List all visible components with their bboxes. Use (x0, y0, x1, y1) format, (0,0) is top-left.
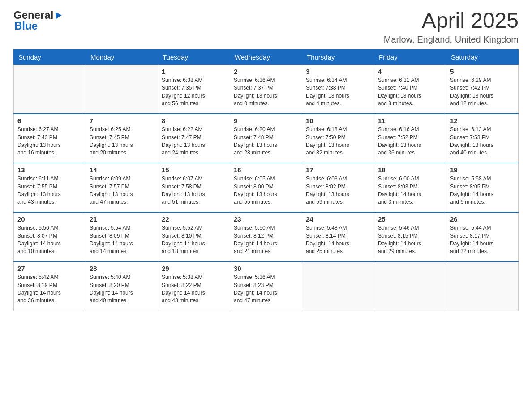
day-number: 16 (234, 166, 298, 174)
logo: General Blue (13, 9, 64, 32)
calendar-cell: 28Sunrise: 5:40 AM Sunset: 8:20 PM Dayli… (86, 261, 158, 311)
day-number: 1 (162, 68, 226, 75)
location-text: Marlow, England, United Kingdom (384, 34, 519, 45)
day-info: Sunrise: 6:20 AM Sunset: 7:48 PM Dayligh… (234, 126, 298, 157)
calendar-week-row: 1Sunrise: 6:38 AM Sunset: 7:35 PM Daylig… (14, 64, 519, 114)
calendar-cell: 3Sunrise: 6:34 AM Sunset: 7:38 PM Daylig… (302, 64, 374, 114)
day-info: Sunrise: 5:52 AM Sunset: 8:10 PM Dayligh… (162, 224, 226, 256)
day-info: Sunrise: 6:18 AM Sunset: 7:50 PM Dayligh… (306, 126, 370, 157)
day-number: 28 (90, 265, 154, 272)
day-number: 29 (162, 265, 226, 272)
day-info: Sunrise: 6:07 AM Sunset: 7:58 PM Dayligh… (162, 175, 226, 206)
calendar-cell (374, 261, 446, 311)
calendar-week-row: 27Sunrise: 5:42 AM Sunset: 8:19 PM Dayli… (14, 261, 519, 311)
day-info: Sunrise: 6:00 AM Sunset: 8:03 PM Dayligh… (378, 175, 442, 206)
calendar-cell: 27Sunrise: 5:42 AM Sunset: 8:19 PM Dayli… (14, 261, 86, 311)
calendar-cell: 22Sunrise: 5:52 AM Sunset: 8:10 PM Dayli… (158, 212, 230, 261)
day-info: Sunrise: 5:56 AM Sunset: 8:07 PM Dayligh… (17, 224, 82, 256)
day-number: 21 (90, 215, 154, 223)
calendar-cell: 8Sunrise: 6:22 AM Sunset: 7:47 PM Daylig… (158, 114, 230, 163)
day-number: 30 (234, 265, 298, 272)
calendar-cell: 19Sunrise: 5:58 AM Sunset: 8:05 PM Dayli… (446, 163, 519, 212)
day-number: 4 (378, 68, 442, 75)
day-number: 7 (90, 117, 154, 124)
svg-marker-0 (56, 12, 62, 19)
day-number: 5 (450, 68, 515, 75)
day-number: 25 (378, 215, 442, 223)
calendar-header-sunday: Sunday (14, 49, 86, 64)
calendar-header-saturday: Saturday (446, 49, 519, 64)
calendar-cell: 9Sunrise: 6:20 AM Sunset: 7:48 PM Daylig… (230, 114, 302, 163)
day-info: Sunrise: 5:48 AM Sunset: 8:14 PM Dayligh… (306, 224, 370, 256)
logo-triangle-icon (54, 10, 64, 20)
day-number: 17 (306, 166, 370, 174)
day-info: Sunrise: 6:29 AM Sunset: 7:42 PM Dayligh… (450, 77, 515, 108)
day-info: Sunrise: 6:11 AM Sunset: 7:55 PM Dayligh… (17, 175, 82, 206)
day-info: Sunrise: 5:40 AM Sunset: 8:20 PM Dayligh… (90, 274, 154, 305)
day-number: 2 (234, 68, 298, 75)
day-number: 26 (450, 215, 515, 223)
calendar-cell: 16Sunrise: 6:05 AM Sunset: 8:00 PM Dayli… (230, 163, 302, 212)
day-info: Sunrise: 6:34 AM Sunset: 7:38 PM Dayligh… (306, 77, 370, 108)
calendar-cell: 18Sunrise: 6:00 AM Sunset: 8:03 PM Dayli… (374, 163, 446, 212)
day-number: 3 (306, 68, 370, 75)
calendar-cell: 21Sunrise: 5:54 AM Sunset: 8:09 PM Dayli… (86, 212, 158, 261)
calendar-week-row: 6Sunrise: 6:27 AM Sunset: 7:43 PM Daylig… (14, 114, 519, 163)
calendar-cell: 12Sunrise: 6:13 AM Sunset: 7:53 PM Dayli… (446, 114, 519, 163)
calendar-week-row: 20Sunrise: 5:56 AM Sunset: 8:07 PM Dayli… (14, 212, 519, 261)
calendar-cell (14, 64, 86, 114)
day-number: 13 (17, 166, 82, 174)
calendar-week-row: 13Sunrise: 6:11 AM Sunset: 7:55 PM Dayli… (14, 163, 519, 212)
calendar-cell: 10Sunrise: 6:18 AM Sunset: 7:50 PM Dayli… (302, 114, 374, 163)
calendar-cell: 13Sunrise: 6:11 AM Sunset: 7:55 PM Dayli… (14, 163, 86, 212)
calendar-header-row: SundayMondayTuesdayWednesdayThursdayFrid… (14, 49, 519, 64)
calendar-header-wednesday: Wednesday (230, 49, 302, 64)
day-number: 15 (162, 166, 226, 174)
day-info: Sunrise: 5:54 AM Sunset: 8:09 PM Dayligh… (90, 224, 154, 256)
day-number: 19 (450, 166, 515, 174)
calendar-cell: 11Sunrise: 6:16 AM Sunset: 7:52 PM Dayli… (374, 114, 446, 163)
calendar-cell: 17Sunrise: 6:03 AM Sunset: 8:02 PM Dayli… (302, 163, 374, 212)
calendar-cell: 7Sunrise: 6:25 AM Sunset: 7:45 PM Daylig… (86, 114, 158, 163)
day-number: 23 (234, 215, 298, 223)
day-number: 20 (17, 215, 82, 223)
day-number: 18 (378, 166, 442, 174)
day-number: 27 (17, 265, 82, 272)
calendar-cell: 6Sunrise: 6:27 AM Sunset: 7:43 PM Daylig… (14, 114, 86, 163)
calendar-header-friday: Friday (374, 49, 446, 64)
day-info: Sunrise: 6:36 AM Sunset: 7:37 PM Dayligh… (234, 77, 298, 108)
calendar-header-monday: Monday (86, 49, 158, 64)
day-number: 22 (162, 215, 226, 223)
calendar-header-tuesday: Tuesday (158, 49, 230, 64)
day-number: 10 (306, 117, 370, 124)
calendar-table: SundayMondayTuesdayWednesdayThursdayFrid… (13, 49, 519, 311)
title-section: April 2025 Marlow, England, United Kingd… (384, 9, 519, 45)
calendar-cell: 23Sunrise: 5:50 AM Sunset: 8:12 PM Dayli… (230, 212, 302, 261)
day-info: Sunrise: 5:58 AM Sunset: 8:05 PM Dayligh… (450, 175, 515, 206)
day-number: 6 (17, 117, 82, 124)
calendar-cell (302, 261, 374, 311)
day-info: Sunrise: 5:42 AM Sunset: 8:19 PM Dayligh… (17, 274, 82, 305)
day-info: Sunrise: 6:03 AM Sunset: 8:02 PM Dayligh… (306, 175, 370, 206)
calendar-cell: 15Sunrise: 6:07 AM Sunset: 7:58 PM Dayli… (158, 163, 230, 212)
day-info: Sunrise: 6:31 AM Sunset: 7:40 PM Dayligh… (378, 77, 442, 108)
calendar-cell: 4Sunrise: 6:31 AM Sunset: 7:40 PM Daylig… (374, 64, 446, 114)
day-info: Sunrise: 6:09 AM Sunset: 7:57 PM Dayligh… (90, 175, 154, 206)
day-info: Sunrise: 5:46 AM Sunset: 8:15 PM Dayligh… (378, 224, 442, 256)
day-info: Sunrise: 6:16 AM Sunset: 7:52 PM Dayligh… (378, 126, 442, 157)
day-number: 24 (306, 215, 370, 223)
day-info: Sunrise: 5:50 AM Sunset: 8:12 PM Dayligh… (234, 224, 298, 256)
day-number: 11 (378, 117, 442, 124)
day-number: 12 (450, 117, 515, 124)
day-number: 14 (90, 166, 154, 174)
day-info: Sunrise: 5:38 AM Sunset: 8:22 PM Dayligh… (162, 274, 226, 305)
calendar-cell: 29Sunrise: 5:38 AM Sunset: 8:22 PM Dayli… (158, 261, 230, 311)
day-info: Sunrise: 5:36 AM Sunset: 8:23 PM Dayligh… (234, 274, 298, 305)
logo-blue-text: Blue (14, 20, 38, 32)
calendar-cell: 1Sunrise: 6:38 AM Sunset: 7:35 PM Daylig… (158, 64, 230, 114)
calendar-cell (86, 64, 158, 114)
calendar-cell (446, 261, 519, 311)
day-info: Sunrise: 6:22 AM Sunset: 7:47 PM Dayligh… (162, 126, 226, 157)
day-info: Sunrise: 6:05 AM Sunset: 8:00 PM Dayligh… (234, 175, 298, 206)
calendar-header-thursday: Thursday (302, 49, 374, 64)
